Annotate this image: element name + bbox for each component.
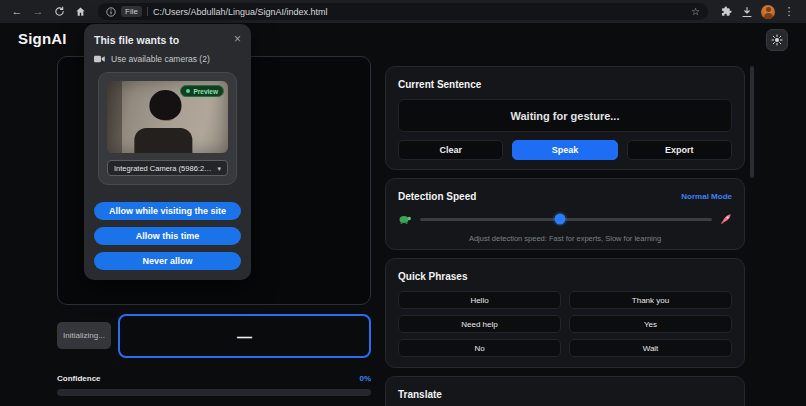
speed-slider-track[interactable]: [420, 218, 712, 221]
reload-icon: [54, 6, 65, 17]
reload-button[interactable]: [52, 4, 66, 20]
preview-badge-label: Preview: [193, 88, 218, 95]
overflow-menu-icon: ⋮: [784, 6, 795, 17]
profile-avatar[interactable]: [761, 5, 775, 19]
address-bar[interactable]: File C:/Users/Abdullah/Lingua/SignAI/ind…: [98, 3, 708, 20]
detection-speed-card: Detection Speed Normal Mode Adjust detec…: [385, 178, 745, 250]
url-divider: [147, 7, 148, 16]
quick-phrase-button[interactable]: Thank you: [569, 291, 732, 309]
url-scheme-chip: File: [121, 6, 142, 17]
popup-title: This file wants to: [94, 34, 179, 46]
rocket-icon: [720, 213, 732, 225]
turtle-icon: [398, 214, 412, 225]
confidence-bar: [57, 389, 371, 396]
camera-permission-popup: This file wants to × Use available camer…: [84, 24, 251, 280]
permission-text: Use available cameras (2): [111, 54, 210, 64]
confidence-label: Confidence: [57, 374, 101, 383]
url-path: C:/Users/Abdullah/Lingua/SignAI/index.ht…: [153, 7, 686, 17]
allow-while-visiting-button[interactable]: Allow while visiting the site: [94, 202, 241, 220]
translate-title: Translate: [398, 389, 732, 400]
bookmark-star-icon[interactable]: ☆: [691, 7, 700, 17]
chevron-down-icon: ▾: [217, 165, 221, 172]
close-icon: ×: [234, 32, 241, 46]
home-icon: [75, 6, 86, 17]
preview-dot-icon: [186, 89, 190, 93]
back-button[interactable]: ←: [10, 4, 24, 20]
status-chip: Initializing...: [57, 322, 111, 349]
speed-mode-label: Normal Mode: [681, 192, 732, 201]
never-allow-button[interactable]: Never allow: [94, 252, 241, 270]
extensions-button[interactable]: [719, 4, 733, 20]
person-silhouette: [134, 128, 192, 153]
browser-menu-button[interactable]: ⋮: [782, 4, 796, 20]
speed-hint: Adjust detection speed: Fast for experts…: [398, 234, 732, 243]
home-button[interactable]: [73, 4, 87, 20]
clear-button[interactable]: Clear: [398, 140, 503, 160]
download-icon: [741, 6, 753, 18]
scrollbar-thumb[interactable]: [750, 66, 754, 178]
quick-phrase-button[interactable]: Need help: [398, 315, 561, 333]
sentence-display: Waiting for gesture...: [398, 99, 732, 132]
quick-phrase-button[interactable]: Yes: [569, 315, 732, 333]
current-sentence-title: Current Sentence: [398, 79, 732, 90]
confidence-row: Confidence 0%: [57, 374, 371, 383]
quick-phrase-button[interactable]: Wait: [569, 339, 732, 357]
camera-select-dropdown[interactable]: Integrated Camera (5986:216a) ▾: [107, 160, 228, 176]
screen: ← → File C:/Users/Abdullah/Lingua/SignAI…: [0, 0, 806, 406]
close-button[interactable]: ×: [234, 33, 241, 45]
quick-phrases-card: Quick Phrases Hello Thank you Need help …: [385, 258, 745, 368]
current-sentence-card: Current Sentence Waiting for gesture... …: [385, 66, 745, 170]
detected-letter: —: [237, 328, 252, 345]
quick-phrase-button[interactable]: Hello: [398, 291, 561, 309]
back-icon: ←: [12, 6, 23, 17]
camera-preview-panel: Preview Integrated Camera (5986:216a) ▾: [98, 72, 237, 185]
camera-select-value: Integrated Camera (5986:216a): [114, 164, 213, 173]
puzzle-icon: [721, 6, 732, 17]
confidence-value: 0%: [359, 374, 371, 383]
camera-icon: [94, 55, 105, 63]
downloads-button[interactable]: [740, 4, 754, 20]
detected-letter-box: —: [118, 314, 371, 358]
quick-phrases-title: Quick Phrases: [398, 271, 732, 282]
export-button[interactable]: Export: [627, 140, 732, 160]
allow-this-time-button[interactable]: Allow this time: [94, 227, 241, 245]
sun-icon: [771, 34, 783, 46]
quick-phrase-button[interactable]: No: [398, 339, 561, 357]
browser-toolbar: ← → File C:/Users/Abdullah/Lingua/SignAI…: [0, 0, 806, 23]
speak-button[interactable]: Speak: [512, 140, 617, 160]
site-info-icon[interactable]: [106, 7, 116, 17]
detection-speed-title: Detection Speed: [398, 191, 476, 202]
preview-badge: Preview: [180, 85, 224, 97]
camera-preview: Preview: [107, 81, 228, 153]
theme-toggle-button[interactable]: [766, 29, 788, 51]
person-hair: [149, 90, 181, 120]
forward-icon: →: [33, 6, 44, 17]
speed-slider-handle[interactable]: [555, 214, 566, 225]
forward-button[interactable]: →: [31, 4, 45, 20]
app-title: SignAI: [18, 30, 67, 47]
translate-card: Translate: [385, 376, 745, 406]
background-detail: [107, 81, 122, 153]
